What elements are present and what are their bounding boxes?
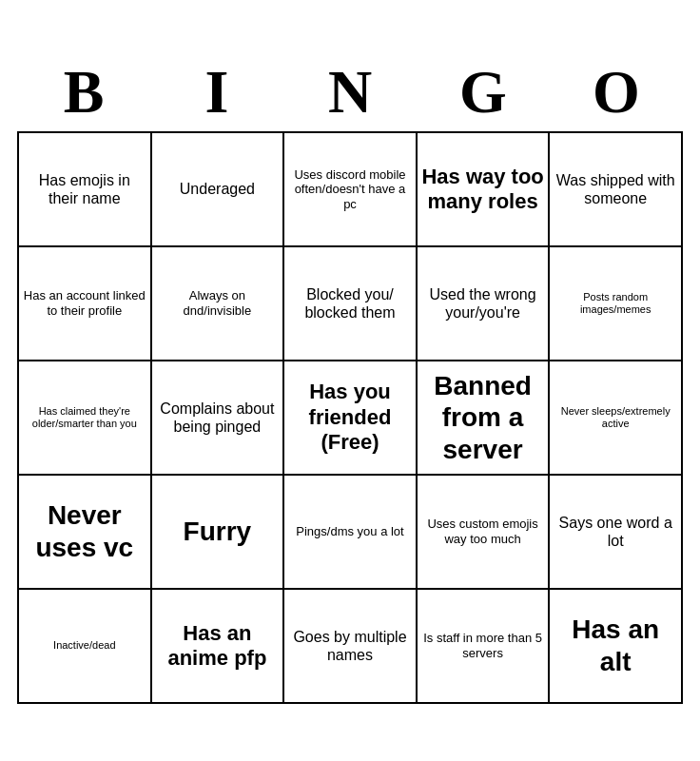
- bingo-cell-0[interactable]: Has emojis in their name: [19, 133, 152, 247]
- bingo-cell-6[interactable]: Always on dnd/invisible: [152, 247, 285, 361]
- bingo-cell-3[interactable]: Has way too many roles: [418, 133, 551, 247]
- bingo-cell-22[interactable]: Goes by multiple names: [284, 590, 418, 704]
- bingo-cell-23[interactable]: Is staff in more than 5 servers: [418, 590, 551, 704]
- bingo-cell-10[interactable]: Has claimed they're older/smarter than y…: [19, 361, 152, 476]
- bingo-card: B I N G O Has emojis in their nameUndera…: [8, 48, 692, 713]
- bingo-cell-19[interactable]: Says one word a lot: [550, 476, 683, 590]
- bingo-cell-14[interactable]: Never sleeps/extremely active: [550, 361, 683, 476]
- letter-g: G: [421, 57, 545, 127]
- bingo-grid: Has emojis in their nameUnderagedUses di…: [17, 131, 683, 704]
- bingo-cell-24[interactable]: Has an alt: [550, 590, 683, 704]
- bingo-cell-9[interactable]: Posts random images/memes: [550, 247, 683, 361]
- bingo-cell-8[interactable]: Used the wrong your/you're: [418, 247, 551, 361]
- bingo-cell-20[interactable]: Inactive/dead: [19, 590, 152, 704]
- bingo-cell-4[interactable]: Was shipped with someone: [550, 133, 683, 247]
- letter-i: I: [155, 57, 279, 127]
- bingo-cell-12[interactable]: Has you friended (Free): [284, 361, 418, 476]
- bingo-cell-11[interactable]: Complains about being pinged: [152, 361, 285, 476]
- bingo-cell-5[interactable]: Has an account linked to their profile: [19, 247, 152, 361]
- bingo-cell-1[interactable]: Underaged: [152, 133, 285, 247]
- bingo-cell-7[interactable]: Blocked you/ blocked them: [284, 247, 418, 361]
- letter-o: O: [554, 57, 678, 127]
- letter-n: N: [288, 57, 412, 127]
- bingo-cell-13[interactable]: Banned from a server: [418, 361, 551, 476]
- letter-b: B: [22, 57, 146, 127]
- bingo-cell-21[interactable]: Has an anime pfp: [152, 590, 285, 704]
- bingo-cell-15[interactable]: Never uses vc: [19, 476, 152, 590]
- bingo-cell-17[interactable]: Pings/dms you a lot: [284, 476, 418, 590]
- bingo-cell-16[interactable]: Furry: [152, 476, 285, 590]
- bingo-cell-2[interactable]: Uses discord mobile often/doesn't have a…: [284, 133, 418, 247]
- bingo-cell-18[interactable]: Uses custom emojis way too much: [418, 476, 551, 590]
- bingo-header: B I N G O: [17, 57, 683, 127]
